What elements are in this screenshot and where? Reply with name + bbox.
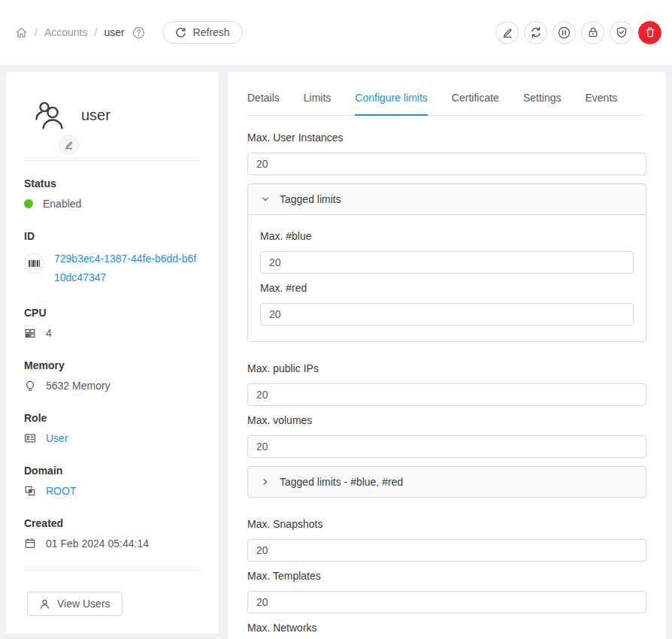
max-public-ips-label: Max. public IPs: [247, 362, 646, 374]
tab-bar: Details Limits Configure limits Certific…: [247, 72, 646, 116]
tab-details[interactable]: Details: [247, 92, 280, 115]
trash-icon: [644, 26, 656, 38]
bulb-icon: [24, 380, 36, 392]
question-circle-icon[interactable]: [132, 26, 145, 39]
account-name: user: [81, 107, 110, 124]
role-label: Role: [24, 412, 201, 424]
breadcrumb-current: user: [104, 26, 124, 38]
chevron-right-icon: [261, 477, 270, 486]
max-snapshots-input[interactable]: [247, 539, 646, 562]
barcode-icon: [24, 253, 44, 274]
edit-button[interactable]: [495, 21, 519, 44]
max-public-ips-input[interactable]: [247, 383, 646, 406]
refresh-button-label: Refresh: [193, 26, 230, 38]
cpu-label: CPU: [24, 307, 201, 319]
account-info-card: user Status Enabled ID 729b3ec4-1387-44f…: [6, 72, 219, 634]
delete-account-button[interactable]: [638, 21, 661, 44]
header-actions: [495, 21, 666, 44]
tagged-limits-panel-body: Max. #blue Max. #red: [248, 214, 646, 341]
created-label: Created: [24, 517, 201, 529]
certificate-button[interactable]: [610, 21, 633, 44]
pencil-icon: [64, 140, 74, 150]
status-badge: Enabled: [43, 197, 81, 210]
max-blue-label: Max. #blue: [260, 230, 634, 242]
account-header: user: [33, 99, 201, 131]
domain-link[interactable]: ROOT: [46, 484, 76, 498]
max-templates-label: Max. Templates: [247, 570, 646, 582]
max-blue-input[interactable]: [260, 251, 634, 274]
refresh-account-button[interactable]: [524, 21, 547, 44]
tagged-limits-collapsed-panel: Tagged limits - #blue, #red: [247, 466, 646, 498]
lock-icon: [587, 26, 599, 38]
edit-icon: [501, 26, 513, 38]
domain-label: Domain: [24, 465, 201, 477]
block-icon: [24, 485, 36, 497]
user-icon: [39, 598, 50, 610]
status-value-row: Enabled: [24, 197, 201, 210]
id-value-row: 729b3ec4-1387-44fe-b6dd-b6f10dc47347: [24, 250, 201, 287]
max-user-instances-label: Max. User Instances: [247, 132, 646, 144]
domain-value-row: ROOT: [24, 484, 201, 498]
edit-name-button[interactable]: [59, 135, 79, 155]
memory-label: Memory: [24, 359, 201, 371]
cpu-value-row: 4: [24, 326, 201, 340]
home-icon[interactable]: [15, 26, 28, 39]
max-red-label: Max. #red: [260, 282, 634, 294]
tab-limits[interactable]: Limits: [304, 92, 331, 115]
configure-limits-form: Max. User Instances Tagged limits Max. #…: [228, 116, 666, 639]
sync-icon: [530, 26, 542, 38]
role-link[interactable]: User: [46, 432, 68, 445]
max-red-input[interactable]: [260, 303, 634, 326]
refresh-button[interactable]: Refresh: [162, 21, 243, 44]
max-snapshots-label: Max. Snapshots: [247, 518, 646, 530]
team-icon: [33, 99, 66, 131]
idcard-icon: [24, 432, 36, 444]
id-label: ID: [24, 230, 201, 242]
breadcrumb-accounts-link[interactable]: Accounts: [44, 26, 88, 38]
memory-value-row: 5632 Memory: [24, 379, 201, 392]
status-label: Status: [24, 177, 201, 189]
max-user-instances-input[interactable]: [247, 153, 646, 175]
tab-settings[interactable]: Settings: [523, 92, 562, 115]
lock-account-button[interactable]: [581, 21, 604, 44]
max-networks-label: Max. Networks: [247, 622, 646, 634]
chevron-down-icon: [261, 195, 270, 204]
cpu-value: 4: [46, 326, 52, 340]
tab-certificate[interactable]: Certificate: [452, 92, 499, 115]
disable-account-button[interactable]: [552, 21, 576, 44]
tagged-limits-collapsed-panel-title: Tagged limits - #blue, #red: [280, 476, 403, 488]
tab-configure-limits[interactable]: Configure limits: [355, 92, 427, 116]
tagged-limits-panel: Tagged limits Max. #blue Max. #red: [247, 183, 646, 342]
max-volumes-input[interactable]: [247, 435, 646, 458]
view-users-button-label: View Users: [57, 598, 110, 610]
breadcrumb-separator: /: [35, 26, 38, 38]
view-users-button[interactable]: View Users: [27, 592, 123, 616]
max-templates-input[interactable]: [247, 591, 646, 613]
content-area: user Status Enabled ID 729b3ec4-1387-44f…: [0, 65, 672, 639]
max-volumes-label: Max. volumes: [247, 414, 646, 426]
safety-certificate-icon: [616, 26, 628, 38]
account-id-link[interactable]: 729b3ec4-1387-44fe-b6dd-b6f10dc47347: [54, 250, 201, 287]
pause-circle-icon: [558, 26, 571, 39]
account-detail-panel: Details Limits Configure limits Certific…: [228, 72, 666, 639]
divider: [24, 570, 201, 571]
created-value: 01 Feb 2024 05:44:14: [46, 537, 149, 550]
memory-value: 5632 Memory: [46, 379, 110, 392]
created-value-row: 01 Feb 2024 05:44:14: [24, 537, 201, 550]
tagged-limits-panel-header[interactable]: Tagged limits: [248, 184, 646, 214]
tagged-limits-collapsed-panel-header[interactable]: Tagged limits - #blue, #red: [248, 467, 646, 497]
page-header: / Accounts / user Refresh: [0, 0, 672, 65]
breadcrumb-separator: /: [94, 26, 97, 38]
appstore-icon: [24, 327, 36, 339]
status-dot-icon: [24, 199, 33, 208]
breadcrumb: / Accounts / user Refresh: [15, 21, 243, 44]
role-value-row: User: [24, 432, 201, 445]
tab-events[interactable]: Events: [585, 92, 617, 115]
reload-icon: [175, 27, 186, 38]
tagged-limits-panel-title: Tagged limits: [280, 193, 341, 205]
calendar-icon: [24, 538, 36, 550]
divider: [24, 160, 201, 161]
